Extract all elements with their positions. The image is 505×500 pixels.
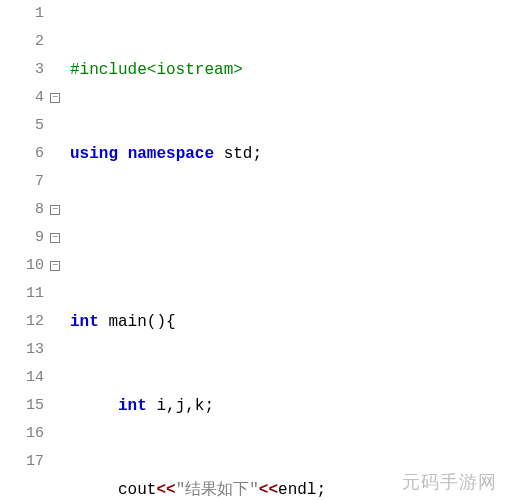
code-editor: 1 2 3 4 5 6 7 8 9 10 11 12 13 14 15 16 1…	[0, 0, 505, 500]
line-number: 11	[0, 280, 44, 308]
line-number: 5	[0, 112, 44, 140]
string-literal: "结果如下"	[176, 481, 259, 499]
indent	[70, 397, 118, 415]
line-number: 4	[0, 84, 44, 112]
line-number: 15	[0, 392, 44, 420]
brace-open: {	[166, 313, 176, 331]
fold-toggle[interactable]: −	[48, 84, 62, 112]
code-line: cout<<"结果如下"<<endl;	[70, 476, 358, 500]
line-number: 17	[0, 448, 44, 476]
minus-icon: −	[50, 93, 60, 103]
code-line: int i,j,k;	[70, 392, 358, 420]
line-number: 12	[0, 308, 44, 336]
semicolon: ;	[252, 145, 262, 163]
indent	[70, 481, 118, 499]
declarators: i,j,k;	[147, 397, 214, 415]
keyword-int: int	[118, 397, 147, 415]
fold-toggle[interactable]: −	[48, 224, 62, 252]
minus-icon: −	[50, 233, 60, 243]
fold-toggle[interactable]: −	[48, 196, 62, 224]
line-number: 13	[0, 336, 44, 364]
watermark-text: 元码手游网	[402, 470, 497, 494]
line-number: 14	[0, 364, 44, 392]
fold-column: − − − −	[48, 0, 62, 500]
identifier: std	[214, 145, 252, 163]
operator-insert: <<	[259, 481, 278, 499]
code-line: int main(){	[70, 308, 358, 336]
fold-toggle[interactable]: −	[48, 252, 62, 280]
keyword-namespace: namespace	[128, 145, 214, 163]
minus-icon: −	[50, 205, 60, 215]
parens: ()	[147, 313, 166, 331]
code-line: #include<iostream>	[70, 56, 358, 84]
line-number: 1	[0, 0, 44, 28]
line-number: 2	[0, 28, 44, 56]
identifier-main: main	[99, 313, 147, 331]
code-line	[70, 224, 358, 252]
line-number: 9	[0, 224, 44, 252]
semicolon: ;	[316, 481, 326, 499]
line-number: 7	[0, 168, 44, 196]
identifier-endl: endl	[278, 481, 316, 499]
operator-insert: <<	[156, 481, 175, 499]
identifier-cout: cout	[118, 481, 156, 499]
code-line: using namespace std;	[70, 140, 358, 168]
line-number-gutter: 1 2 3 4 5 6 7 8 9 10 11 12 13 14 15 16 1…	[0, 0, 48, 500]
line-number: 8	[0, 196, 44, 224]
code-area[interactable]: #include<iostream> using namespace std; …	[62, 0, 358, 500]
line-number: 6	[0, 140, 44, 168]
preprocessor: #include<iostream>	[70, 61, 243, 79]
line-number: 10	[0, 252, 44, 280]
line-number: 3	[0, 56, 44, 84]
keyword-using: using	[70, 145, 118, 163]
keyword-int: int	[70, 313, 99, 331]
line-number: 16	[0, 420, 44, 448]
minus-icon: −	[50, 261, 60, 271]
